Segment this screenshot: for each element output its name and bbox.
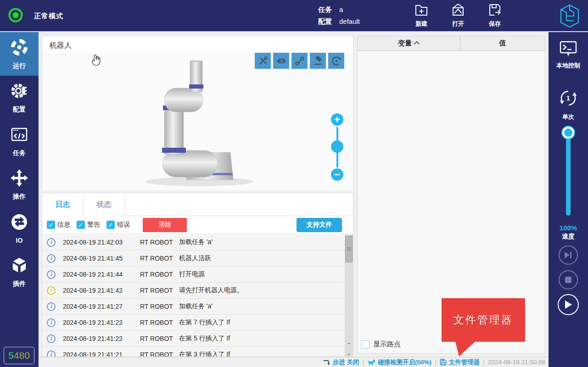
sidebar-item-plugin[interactable]: 插件: [0, 250, 39, 294]
tab-log[interactable]: 日志: [42, 193, 84, 216]
open-button-label: 打开: [452, 20, 464, 28]
log-panel: 日志 状态 ✓ 信息 ✓ 警告 ✓ 错误 清除 支持文件: [42, 193, 353, 357]
robot-3d-view[interactable]: [42, 55, 353, 190]
speed-slider-track[interactable]: [566, 132, 571, 216]
new-button-label: 新建: [415, 20, 427, 28]
log-row[interactable]: 2024-08-19 21:41:45 RT ROBOT 机器人活跃: [42, 250, 345, 267]
counter-green-digit: 5: [8, 350, 14, 361]
mode-label: 正常模式: [34, 12, 63, 21]
config-value: default: [339, 16, 360, 28]
log-row[interactable]: 2024-08-19 21:41:27 RT ROBOT 加载任务 'a': [42, 299, 345, 315]
log-level-icon: [47, 334, 56, 343]
file-manager-status-button[interactable]: 文件管理器: [440, 358, 480, 367]
collision-detection-status[interactable]: 碰撞检测开启(50%): [367, 358, 431, 367]
log-time: 2024-08-19 21:41:27: [63, 303, 140, 310]
file-manager-label: 文件管理器: [449, 358, 480, 367]
sidebar-item-operate[interactable]: 操作: [0, 163, 39, 206]
speed-slider-handle[interactable]: [562, 127, 574, 139]
column-variable[interactable]: 变量: [358, 36, 460, 50]
svg-text:1: 1: [566, 95, 570, 102]
task-value: a: [339, 4, 343, 16]
log-level-icon: [47, 350, 56, 357]
log-source: RT ROBOT: [140, 271, 179, 278]
view-reset-rotate-button[interactable]: [328, 53, 344, 69]
code-window-icon: [10, 125, 29, 146]
log-time: 2024-08-19 21:41:22: [63, 319, 140, 326]
speed-value: 100%: [549, 224, 588, 232]
log-message: 加载任务 'a': [179, 238, 345, 246]
brand-logo-icon: [559, 4, 580, 30]
checkbox-checked-icon: ✓: [47, 221, 55, 229]
log-row[interactable]: 2024-08-19 21:41:42 RT ROBOT 请先打开机器人电源。: [42, 283, 345, 299]
log-list: 2024-08-19 21:42:03 RT ROBOT 加载任务 'a' 20…: [42, 234, 345, 357]
right-sidebar: 本地控制 1 单次 100% 速度: [549, 32, 588, 367]
callout-pointer-icon: [447, 341, 479, 357]
path-waypoints-icon: [294, 56, 305, 67]
filter-warning-checkbox[interactable]: ✓ 警告: [77, 221, 100, 229]
sidebar-item-label: 操作: [13, 193, 26, 201]
status-ring-icon: [7, 7, 24, 25]
sidebar-item-config[interactable]: 配置: [0, 76, 39, 119]
save-disk-icon: [487, 3, 502, 19]
zoom-out-button[interactable]: −: [331, 168, 343, 181]
open-mail-icon: [451, 3, 465, 19]
local-control-label: 本地控制: [556, 61, 580, 70]
filter-error-label: 错误: [117, 221, 130, 229]
view-visibility-button[interactable]: [273, 53, 289, 69]
filter-info-checkbox[interactable]: ✓ 信息: [47, 221, 70, 229]
sidebar-item-io[interactable]: IO: [0, 206, 39, 250]
log-source: RT ROBOT: [140, 255, 179, 262]
tab-status[interactable]: 状态: [84, 193, 125, 216]
statusbar-separator: |: [435, 359, 437, 366]
collision-robot-icon: [367, 359, 375, 366]
play-button[interactable]: [558, 294, 579, 315]
log-row[interactable]: 2024-08-19 21:41:21 RT ROBOT 在第 3 行插入了 I…: [42, 347, 345, 357]
save-task-button[interactable]: 保存: [480, 3, 510, 30]
log-message: 在第 7 行插入了 If: [179, 318, 345, 327]
log-scrollbar[interactable]: ⌃ ⌄: [345, 234, 353, 357]
step-next-button[interactable]: [559, 245, 578, 265]
sidebar-item-label: 任务: [13, 149, 26, 157]
clear-log-button[interactable]: 清除: [143, 218, 187, 232]
single-run-button[interactable]: 1 单次: [549, 88, 588, 121]
io-arrows-icon: [10, 212, 29, 234]
sidebar-item-run[interactable]: 运行: [0, 32, 39, 76]
speed-label: 速度: [549, 233, 588, 241]
column-value[interactable]: 值: [460, 36, 545, 50]
robot-mode-status: 正常模式: [7, 7, 63, 25]
open-task-button[interactable]: 打开: [443, 3, 473, 30]
view-erase-button[interactable]: [310, 53, 326, 69]
log-level-icon: [47, 318, 56, 327]
counter-display: 5480: [4, 347, 34, 364]
stop-button[interactable]: [559, 270, 578, 289]
variables-header: 变量 值: [358, 36, 545, 51]
step-mode-status[interactable]: 步进 关闭: [323, 358, 359, 367]
log-row[interactable]: 2024-08-19 21:41:44 RT ROBOT 打开电源: [42, 267, 345, 283]
filter-error-checkbox[interactable]: ✓ 错误: [106, 221, 130, 229]
filter-warning-label: 警告: [87, 221, 100, 229]
filter-info-label: 信息: [57, 221, 70, 229]
log-level-icon: [47, 270, 56, 279]
single-run-label: 单次: [562, 113, 574, 121]
sidebar-item-task[interactable]: 任务: [0, 119, 39, 163]
zoom-in-button[interactable]: +: [331, 113, 343, 126]
log-filter-bar: ✓ 信息 ✓ 警告 ✓ 错误 清除 支持文件: [42, 216, 353, 234]
scrollbar-thumb[interactable]: [345, 236, 353, 262]
scroll-down-arrow-icon[interactable]: ⌄: [345, 349, 353, 357]
view-tools-button[interactable]: [255, 53, 271, 69]
log-row[interactable]: 2024-08-19 21:42:03 RT ROBOT 加载任务 'a': [42, 234, 345, 250]
new-task-button[interactable]: 新建: [407, 3, 436, 30]
scroll-up-arrow-icon[interactable]: ⌃: [345, 341, 353, 349]
log-row[interactable]: 2024-08-19 21:41:22 RT ROBOT 在第 7 行插入了 I…: [42, 315, 345, 331]
show-waypoints-checkbox[interactable]: 显示路点: [361, 340, 401, 349]
eye-icon: [276, 56, 287, 66]
view-path-button[interactable]: [291, 53, 308, 69]
log-message: 在第 5 行插入了 If: [179, 334, 345, 343]
log-message: 在第 3 行插入了 If: [179, 350, 345, 357]
log-row[interactable]: 2024-08-19 21:41:22 RT ROBOT 在第 5 行插入了 I…: [42, 331, 345, 347]
tools-icon: [258, 56, 268, 66]
local-control-button[interactable]: 本地控制: [549, 40, 588, 70]
robot-3d-panel: 机器人: [42, 36, 353, 190]
support-files-button[interactable]: 支持文件: [297, 218, 342, 232]
zoom-slider-handle[interactable]: [331, 140, 343, 153]
